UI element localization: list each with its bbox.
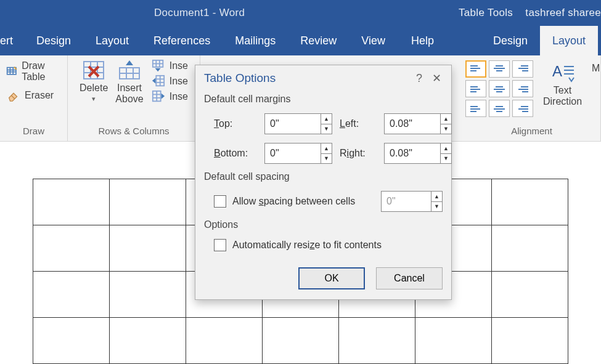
insert-above-button[interactable]: InsertAbove (115, 58, 143, 104)
section-options: Options (204, 219, 443, 230)
margins-label-partial: M (592, 63, 600, 74)
group-label-draw: Draw (23, 123, 44, 141)
group-label-rows-cols: Rows & Columns (98, 123, 169, 141)
align-top-center[interactable] (489, 60, 510, 78)
cancel-button[interactable]: Cancel (376, 267, 443, 289)
tab-insert-partial[interactable]: ert (0, 26, 24, 55)
label-left: Left: (340, 118, 377, 129)
spin-up-icon[interactable]: ▲ (321, 114, 332, 124)
dialog-title: Table Options (204, 71, 276, 85)
spin-up-icon[interactable]: ▲ (440, 144, 451, 154)
tab-spacer (448, 26, 481, 55)
alignment-grid (465, 60, 533, 117)
section-margins: Default cell margins (204, 94, 443, 105)
align-top-right[interactable] (512, 60, 533, 78)
spin-down-icon[interactable]: ▼ (321, 154, 332, 164)
label-top: Top: (214, 118, 257, 129)
insert-right-icon (151, 90, 166, 103)
draw-table-button[interactable]: Draw Table (6, 60, 61, 83)
tab-tabletools-layout[interactable]: Layout (540, 26, 598, 55)
label-right: Right: (340, 148, 377, 159)
eraser-button[interactable]: Eraser (6, 89, 54, 102)
user-name: tashreef sharee (525, 7, 601, 19)
tab-view[interactable]: View (349, 26, 398, 55)
spin-bottom[interactable]: 0"▲▼ (264, 143, 332, 164)
spin-right[interactable]: 0.08"▲▼ (384, 143, 452, 164)
spin-up-icon[interactable]: ▲ (321, 144, 332, 154)
align-bot-center[interactable] (489, 100, 510, 117)
tab-layout[interactable]: Layout (83, 26, 141, 55)
checkbox-auto-resize[interactable] (214, 239, 226, 251)
tab-review[interactable]: Review (288, 26, 349, 55)
document-title: Document1 - Word (154, 7, 245, 19)
checkbox-allow-spacing[interactable] (214, 195, 226, 208)
spin-top[interactable]: 0"▲▼ (264, 113, 332, 134)
tab-design[interactable]: Design (24, 26, 83, 55)
align-top-left[interactable] (465, 60, 486, 78)
align-mid-center[interactable] (489, 80, 510, 97)
tab-tabletools-design[interactable]: Design (481, 26, 540, 55)
eraser-icon (6, 89, 21, 102)
spin-down-icon[interactable]: ▼ (440, 124, 451, 134)
spin-down-icon[interactable]: ▼ (440, 154, 451, 164)
spin-left[interactable]: 0.08"▲▼ (384, 113, 452, 134)
insert-below-icon (151, 59, 166, 73)
dialog-help-button[interactable]: ? (411, 72, 428, 85)
insert-left-icon (151, 75, 166, 88)
align-mid-left[interactable] (465, 80, 486, 97)
chevron-down-icon: ▾ (92, 95, 96, 103)
draw-table-icon (6, 65, 18, 78)
delete-icon (81, 59, 106, 81)
spin-spacing: 0"▲▼ (381, 191, 443, 212)
label-allow-spacing: Allow spacing between cells (232, 196, 355, 207)
label-auto-resize: Automatically resize to fit contents (232, 240, 382, 251)
insert-left-button[interactable]: Inse (151, 75, 188, 88)
insert-right-button[interactable]: Inse (151, 90, 188, 103)
text-direction-icon: A (550, 62, 575, 84)
insert-below-button[interactable]: Inse (151, 59, 188, 73)
spin-up-icon[interactable]: ▲ (440, 114, 451, 124)
align-mid-right[interactable] (512, 80, 533, 97)
ribbon-tabs: ert Design Layout References Mailings Re… (0, 26, 601, 55)
delete-button[interactable]: Delete ▾ (80, 58, 108, 103)
spin-down-icon[interactable]: ▼ (431, 202, 442, 212)
table-tools-label: Table Tools (459, 7, 513, 19)
group-label-alignment: Alignment (511, 123, 552, 141)
align-bot-right[interactable] (512, 100, 533, 117)
dialog-close-button[interactable]: ✕ (428, 71, 445, 85)
insert-above-icon (117, 59, 142, 81)
title-bar: Document1 - Word Table Tools tashreef sh… (0, 0, 601, 26)
ok-button[interactable]: OK (298, 267, 365, 289)
spin-down-icon[interactable]: ▼ (321, 124, 332, 134)
spin-up-icon[interactable]: ▲ (431, 192, 442, 202)
svg-text:A: A (552, 63, 562, 79)
label-bottom: Bottom: (214, 148, 257, 159)
tab-mailings[interactable]: Mailings (223, 26, 288, 55)
text-direction-button[interactable]: A TextDirection (543, 60, 582, 107)
section-spacing: Default cell spacing (204, 171, 443, 182)
table-options-dialog: Table Options ? ✕ Default cell margins T… (195, 65, 452, 300)
tab-help[interactable]: Help (398, 26, 448, 55)
tab-references[interactable]: References (141, 26, 223, 55)
align-bot-left[interactable] (465, 100, 486, 117)
